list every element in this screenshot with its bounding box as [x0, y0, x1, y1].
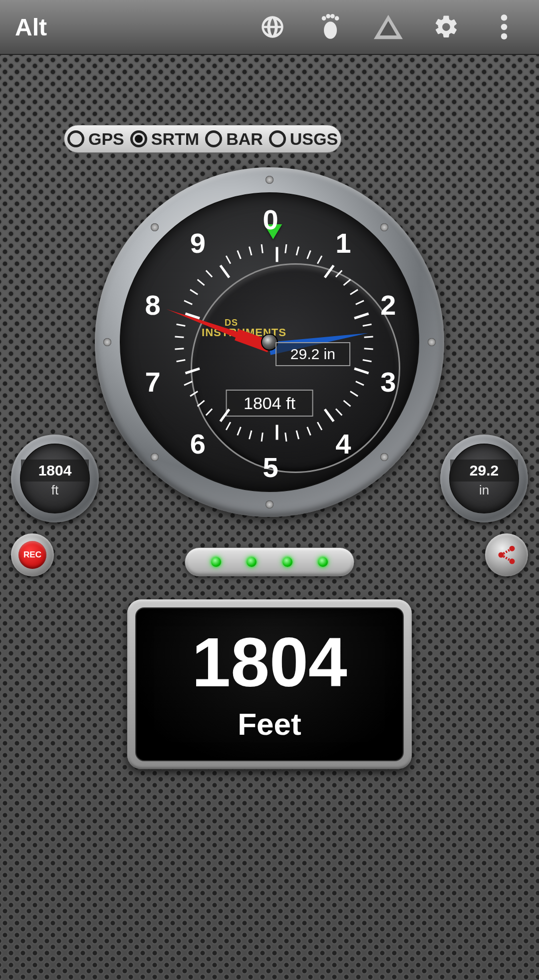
- svg-point-7: [501, 33, 508, 40]
- source-option-label: GPS: [88, 129, 124, 149]
- source-option-label: BAR: [226, 129, 263, 149]
- dial-number: 4: [335, 427, 351, 460]
- svg-point-0: [324, 21, 337, 39]
- digital-readout: 1804 Feet: [127, 599, 412, 769]
- altimeter-gauge: DS INSTRUMENTS 29.2 in 1804 ft 012345678…: [95, 167, 444, 517]
- gauge-face: DS INSTRUMENTS 29.2 in 1804 ft 012345678…: [120, 192, 419, 492]
- status-led: [211, 557, 221, 567]
- dial-number: 8: [145, 289, 161, 321]
- radio-icon: [205, 130, 222, 147]
- source-selector: GPSSRTMBARUSGS: [64, 125, 341, 153]
- record-button[interactable]: REC: [11, 533, 54, 576]
- dial-number: 1: [335, 227, 351, 259]
- gps-status-leds[interactable]: [185, 547, 354, 576]
- globe-icon[interactable]: [258, 12, 287, 42]
- mini-gauge-face: 1804 ft: [20, 444, 90, 513]
- source-option-bar[interactable]: BAR: [202, 129, 266, 149]
- svg-point-10: [510, 558, 515, 564]
- mini-altitude-value: 1804: [21, 460, 89, 482]
- svg-point-2: [326, 14, 330, 18]
- dial-number: 5: [263, 451, 278, 484]
- main-panel: GPSSRTMBARUSGS DS INSTRUMENTS 29.2 in 18…: [0, 55, 539, 980]
- source-option-srtm[interactable]: SRTM: [127, 129, 202, 149]
- source-option-gps[interactable]: GPS: [64, 129, 127, 149]
- mini-pressure-value: 29.2: [450, 460, 518, 482]
- mini-pressure-unit: in: [479, 483, 489, 498]
- share-button[interactable]: [485, 533, 528, 576]
- radio-icon: [269, 130, 286, 147]
- source-option-usgs[interactable]: USGS: [266, 129, 341, 149]
- record-icon: REC: [18, 541, 46, 569]
- source-option-label: USGS: [290, 129, 338, 149]
- svg-point-8: [510, 546, 515, 551]
- gauge-altitude-readout: 1804 ft: [226, 390, 313, 417]
- status-led: [247, 557, 257, 567]
- source-option-label: SRTM: [151, 129, 199, 149]
- mini-gauge-face: 29.2 in: [449, 444, 519, 513]
- footprint-icon[interactable]: [315, 12, 345, 42]
- dial-number: 2: [380, 289, 396, 321]
- mini-gauge-pressure[interactable]: 29.2 in: [440, 435, 528, 522]
- radio-icon: [67, 130, 84, 147]
- mini-gauge-altitude[interactable]: 1804 ft: [11, 435, 99, 522]
- svg-point-4: [335, 16, 339, 20]
- mini-altitude-unit: ft: [51, 483, 58, 498]
- gear-icon[interactable]: [431, 12, 461, 42]
- share-icon: [496, 544, 518, 566]
- dial-number: 7: [145, 365, 161, 398]
- svg-point-1: [322, 16, 326, 20]
- svg-point-9: [499, 552, 504, 558]
- mountain-icon[interactable]: [373, 12, 403, 42]
- dial-number: 3: [380, 365, 396, 398]
- digital-screen: 1804 Feet: [135, 607, 404, 761]
- svg-point-6: [501, 24, 508, 30]
- digital-altitude-unit: Feet: [238, 706, 301, 742]
- dial-number: 9: [190, 227, 206, 259]
- dial-number: 6: [190, 427, 206, 460]
- app-bar: Alt: [0, 0, 539, 55]
- status-led: [282, 557, 292, 567]
- kollsman-window: 29.2 in: [275, 342, 350, 366]
- svg-point-3: [330, 14, 335, 18]
- overflow-menu-icon[interactable]: [489, 12, 519, 42]
- inner-dial-ring: [191, 263, 400, 473]
- status-led: [318, 557, 328, 567]
- dial-number: 0: [263, 203, 278, 236]
- digital-altitude-value: 1804: [192, 627, 347, 697]
- appbar-actions: [258, 12, 519, 42]
- radio-icon: [130, 130, 147, 147]
- svg-point-5: [501, 14, 508, 21]
- app-title: Alt: [15, 13, 47, 41]
